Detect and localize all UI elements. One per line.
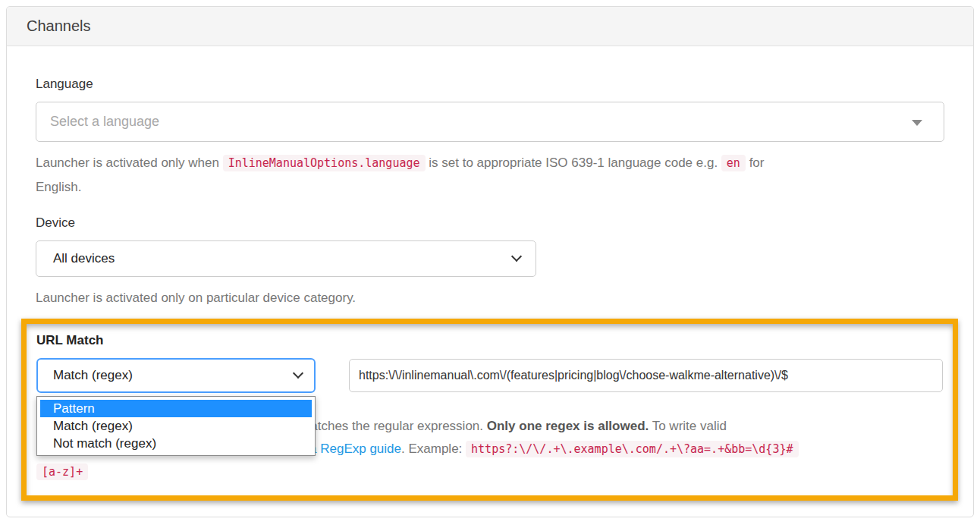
caret-down-icon — [912, 120, 922, 126]
url-match-example-code-continued: [a-z]+ — [36, 464, 88, 480]
panel-header: Channels — [7, 7, 973, 46]
panel-body: Language Select a language Launcher is a… — [7, 46, 973, 501]
language-select-placeholder: Select a language — [50, 114, 159, 130]
language-help: Launcher is activated only when InlineMa… — [36, 151, 944, 199]
language-help-code-option: InlineManualOptions.language — [223, 155, 426, 171]
dropdown-option-match-regex[interactable]: Match (regex) — [40, 417, 312, 435]
url-match-help-text: . Example: — [401, 442, 466, 456]
dropdown-option-pattern[interactable]: Pattern — [40, 400, 312, 417]
device-select[interactable]: All devices — [36, 240, 536, 277]
language-help-text: is set to appropriate ISO 639-1 language… — [426, 156, 721, 170]
url-match-type-value: Match (regex) — [53, 368, 133, 383]
chevron-down-icon — [511, 251, 522, 262]
device-select-value: All devices — [53, 251, 115, 266]
language-help-text: English. — [36, 180, 81, 194]
url-match-type-select[interactable]: Match (regex) — [36, 358, 316, 393]
device-label: Device — [36, 215, 944, 231]
url-match-type-dropdown: Pattern Match (regex) Not match (regex) — [36, 396, 316, 456]
dropdown-option-not-match-regex[interactable]: Not match (regex) — [40, 435, 312, 452]
language-help-text: Launcher is activated only when — [36, 156, 223, 170]
chevron-down-icon — [293, 368, 303, 379]
url-regex-input[interactable] — [349, 359, 943, 392]
url-match-help-text: To write valid — [649, 419, 727, 433]
language-help-text: for — [746, 156, 765, 170]
language-help-code-en: en — [721, 155, 746, 171]
url-match-example-code: https?:\/\/.+\.example\.com/.+\?aa=.+&bb… — [466, 441, 798, 457]
language-label: Language — [36, 77, 944, 92]
device-help: Launcher is activated only on particular… — [36, 286, 944, 310]
language-select[interactable]: Select a language — [36, 102, 944, 142]
url-match-help-bold: Only one regex is allowed. — [487, 419, 649, 433]
url-match-row: Match (regex) Pattern Match (regex) Not … — [36, 358, 943, 393]
url-match-annotation-box: URL Match Match (regex) Pattern Match (r… — [21, 319, 958, 501]
channels-panel: Channels Language Select a language Laun… — [6, 6, 974, 517]
url-match-label: URL Match — [36, 333, 943, 348]
panel-title: Channels — [27, 17, 91, 35]
